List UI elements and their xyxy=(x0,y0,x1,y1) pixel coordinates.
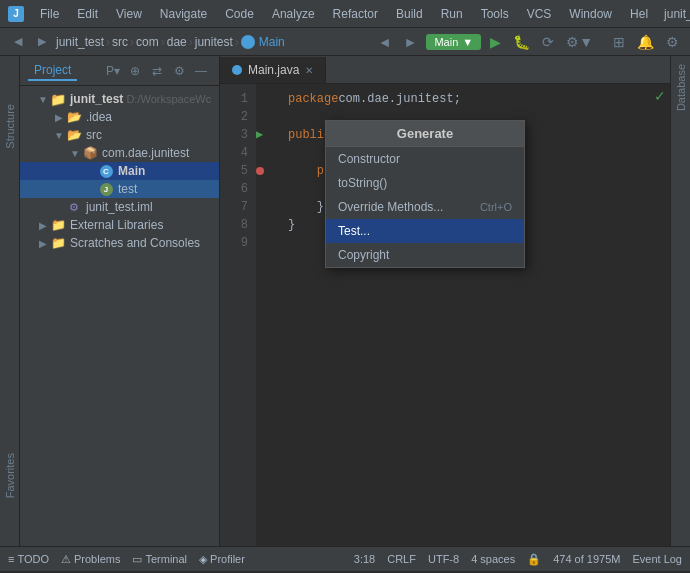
tree-item-iml[interactable]: ▶ ⚙ junit_test.iml xyxy=(20,198,219,216)
tree-item-src[interactable]: ▼ 📂 src xyxy=(20,126,219,144)
left-sidebar: Structure Favorites xyxy=(0,56,20,546)
terminal-label: Terminal xyxy=(145,553,187,565)
context-menu-header: Generate xyxy=(326,121,524,147)
code-editor[interactable]: 1 2 3 4 5 6 7 8 9 ▶ xyxy=(220,84,670,546)
tree-item-package[interactable]: ▼ 📦 com.dae.junitest xyxy=(20,144,219,162)
panel-config-button[interactable]: P▾ xyxy=(103,61,123,81)
editor-panel: Main.java ✕ 1 2 3 4 5 6 7 8 9 ▶ xyxy=(220,56,670,546)
database-tab[interactable]: Database xyxy=(673,56,689,119)
status-right: 3:18 CRLF UTF-8 4 spaces 🔒 474 of 1975M … xyxy=(354,553,682,566)
indent-setting[interactable]: 4 spaces xyxy=(471,553,515,566)
terminal-button[interactable]: ▭ Terminal xyxy=(132,553,187,566)
run-config-button[interactable]: Main ▼ xyxy=(426,34,481,50)
menu-refactor[interactable]: Refactor xyxy=(325,5,386,23)
tree-item-main[interactable]: ▶ C Main xyxy=(20,162,219,180)
encoding[interactable]: UTF-8 xyxy=(428,553,459,566)
nav-icon-right[interactable]: ► xyxy=(401,32,421,52)
editor-tab-main[interactable]: Main.java ✕ xyxy=(220,57,326,83)
event-log-button[interactable]: Event Log xyxy=(632,553,682,566)
menu-run[interactable]: Run xyxy=(433,5,471,23)
app-icon: J xyxy=(8,6,24,22)
window-title: junit_te... xyxy=(664,7,690,21)
context-menu-item-test[interactable]: Test... xyxy=(326,219,524,243)
line-ending[interactable]: CRLF xyxy=(387,553,416,566)
tree-label-iml: junit_test.iml xyxy=(86,200,153,214)
tree-item-ext-libs[interactable]: ▶ 📁 External Libraries xyxy=(20,216,219,234)
structure-tab[interactable]: Structure xyxy=(2,96,18,157)
breadcrumb-project[interactable]: junit_test xyxy=(56,35,104,49)
tree-item-idea[interactable]: ▶ 📂 .idea xyxy=(20,108,219,126)
editor-tab-bar: Main.java ✕ xyxy=(220,56,670,84)
test-label: Test... xyxy=(338,224,370,238)
nav-right-controls: ◄ ► Main ▼ ▶ 🐛 ⟳ ⚙▼ ⊞ 🔔 ⚙ xyxy=(375,32,682,52)
favorites-tab[interactable]: Favorites xyxy=(2,445,18,506)
nav-back-button[interactable]: ◀ xyxy=(8,32,28,52)
tree-item-scratches[interactable]: ▶ 📁 Scratches and Consoles xyxy=(20,234,219,252)
context-menu: Generate Constructor toString() Override… xyxy=(325,120,525,268)
tree-arrow-idea: ▶ xyxy=(52,112,66,123)
problems-label: Problems xyxy=(74,553,120,565)
context-menu-item-tostring[interactable]: toString() xyxy=(326,171,524,195)
tree-arrow-package: ▼ xyxy=(68,148,82,159)
menu-help[interactable]: Hel xyxy=(622,5,656,23)
tree-item-test[interactable]: ▶ J test xyxy=(20,180,219,198)
run-coverage-button[interactable]: ⟳ xyxy=(539,32,557,52)
lock-icon: 🔒 xyxy=(527,553,541,566)
run-debug-button[interactable]: 🐛 xyxy=(510,32,533,52)
panel-collapse-all-button[interactable]: ⊕ xyxy=(125,61,145,81)
settings-button[interactable]: ⚙ xyxy=(663,32,682,52)
folder-src-icon: 📂 xyxy=(66,127,82,143)
context-menu-item-copyright[interactable]: Copyright xyxy=(326,243,524,267)
tree-label-scratches: Scratches and Consoles xyxy=(70,236,200,250)
nav-icon-left[interactable]: ◄ xyxy=(375,32,395,52)
test-java-icon: J xyxy=(98,181,114,197)
panel-settings-button[interactable]: ⚙ xyxy=(169,61,189,81)
profiler-icon: ◈ xyxy=(199,553,207,566)
notifications-button[interactable]: 🔔 xyxy=(634,32,657,52)
status-left: ≡ TODO ⚠ Problems ▭ Terminal ◈ Profiler xyxy=(8,553,245,566)
tree-arrow-root: ▼ xyxy=(36,94,50,105)
breadcrumb-main[interactable]: Main xyxy=(259,35,285,49)
menu-vcs[interactable]: VCS xyxy=(519,5,560,23)
panel-sort-button[interactable]: ⇄ xyxy=(147,61,167,81)
menu-code[interactable]: Code xyxy=(217,5,262,23)
menu-analyze[interactable]: Analyze xyxy=(264,5,323,23)
context-menu-item-override[interactable]: Override Methods... Ctrl+O xyxy=(326,195,524,219)
menu-window[interactable]: Window xyxy=(561,5,620,23)
menu-bar: File Edit View Navigate Code Analyze Ref… xyxy=(32,5,656,23)
menu-tools[interactable]: Tools xyxy=(473,5,517,23)
tree-path-hint: D:/WorkspaceWc xyxy=(123,93,211,105)
override-shortcut: Ctrl+O xyxy=(480,201,512,213)
menu-navigate[interactable]: Navigate xyxy=(152,5,215,23)
run-config-chevron: ▼ xyxy=(462,36,473,48)
context-menu-item-constructor[interactable]: Constructor xyxy=(326,147,524,171)
java-file-icon xyxy=(241,35,255,49)
panel-close-button[interactable]: — xyxy=(191,61,211,81)
breadcrumb-junitest[interactable]: junitest xyxy=(195,35,233,49)
run-play-button[interactable]: ▶ xyxy=(487,32,504,52)
menu-edit[interactable]: Edit xyxy=(69,5,106,23)
problems-button[interactable]: ⚠ Problems xyxy=(61,553,120,566)
code-line-1: package com.dae.junitest; xyxy=(288,90,658,108)
breadcrumb: junit_test › src › com › dae › junitest … xyxy=(56,35,285,49)
todo-button[interactable]: ≡ TODO xyxy=(8,553,49,566)
tree-label-src: src xyxy=(86,128,102,142)
nav-forward-button[interactable]: ▶ xyxy=(32,32,52,52)
tree-item-root[interactable]: ▼ 📁 junit_test D:/WorkspaceWc xyxy=(20,90,219,108)
menu-view[interactable]: View xyxy=(108,5,150,23)
menu-file[interactable]: File xyxy=(32,5,67,23)
folder-idea-icon: 📂 xyxy=(66,109,82,125)
breadcrumb-src[interactable]: src xyxy=(112,35,128,49)
override-label: Override Methods... xyxy=(338,200,443,214)
tree-arrow-scratches: ▶ xyxy=(36,238,50,249)
profiler-button[interactable]: ◈ Profiler xyxy=(199,553,245,566)
cursor-position[interactable]: 3:18 xyxy=(354,553,375,566)
tab-close-button[interactable]: ✕ xyxy=(305,65,313,76)
search-everywhere-button[interactable]: ⊞ xyxy=(610,32,628,52)
menu-build[interactable]: Build xyxy=(388,5,431,23)
breadcrumb-dae[interactable]: dae xyxy=(167,35,187,49)
project-tab[interactable]: Project xyxy=(28,61,77,81)
main-java-icon: C xyxy=(98,163,114,179)
run-settings-button[interactable]: ⚙▼ xyxy=(563,32,596,52)
breadcrumb-com[interactable]: com xyxy=(136,35,159,49)
